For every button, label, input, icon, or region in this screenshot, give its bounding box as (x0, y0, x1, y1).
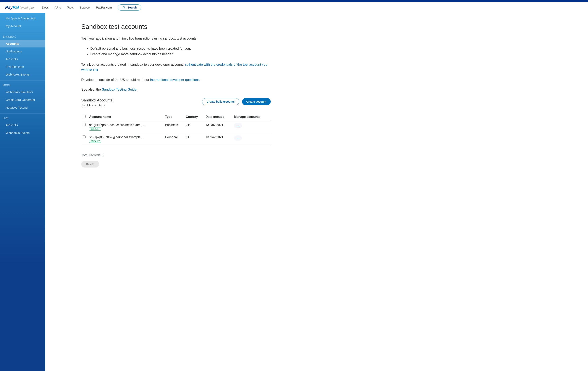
top-accent-bar (0, 0, 588, 2)
search-label: Search (127, 6, 137, 9)
intl-link[interactable]: international developer questions (150, 78, 200, 82)
sidebar-accounts[interactable]: Accounts (0, 40, 45, 47)
logo-developer: Developer (20, 6, 34, 10)
see-also-paragraph: See also: the Sandbox Testing Guide. (81, 87, 271, 92)
nav-apis[interactable]: APIs (54, 6, 61, 9)
account-country: GB (184, 121, 204, 133)
row-checkbox[interactable] (83, 123, 86, 126)
select-all-checkbox[interactable] (83, 115, 86, 118)
account-type: Business (164, 121, 184, 133)
logo[interactable]: PayPal Developer (5, 5, 34, 10)
top-nav: Docs APIs Tools Support PayPal.com (42, 6, 112, 9)
search-button[interactable]: Search (118, 4, 141, 11)
table-row: sb-g5k47p8507065@business.examp... DEFAU… (81, 121, 271, 133)
account-name: sb-g5k47p8507065@business.examp... (89, 123, 162, 127)
sidebar-section-mock: MOCK (0, 80, 45, 88)
account-country: GB (184, 133, 204, 145)
sidebar-my-apps[interactable]: My Apps & Credentials (0, 13, 45, 22)
see-also-prefix: See also: the (81, 88, 102, 91)
page-intro: Test your application and mimic live tra… (81, 36, 271, 41)
nav-paypal-com[interactable]: PayPal.com (96, 6, 112, 9)
sidebar-webhooks-events[interactable]: Webhooks Events (0, 71, 45, 78)
sidebar: My Apps & Credentials My Account SANDBOX… (0, 13, 45, 371)
account-name: sb-8ljkq8507062@personal.example.... (89, 136, 162, 139)
nav-support[interactable]: Support (80, 6, 90, 9)
col-country: Country (184, 113, 204, 121)
sidebar-section-live: LIVE (0, 113, 45, 121)
col-account-name: Account name (88, 113, 164, 121)
see-also-link[interactable]: Sandbox Testing Guide (102, 88, 136, 91)
manage-menu-button[interactable]: … (234, 136, 242, 141)
bullet-item: Create and manage more sandbox accounts … (90, 52, 271, 57)
nav-docs[interactable]: Docs (42, 6, 49, 9)
intl-suffix: . (200, 78, 200, 82)
bullet-list: Default personal and business accounts h… (90, 46, 271, 57)
sidebar-my-account[interactable]: My Account (0, 22, 45, 30)
sidebar-ipn-simulator[interactable]: IPN Simulator (0, 63, 45, 71)
sidebar-notifications[interactable]: Notifications (0, 47, 45, 55)
bullet-item: Default personal and business accounts h… (90, 46, 271, 52)
account-date: 13 Nov 2021 (204, 133, 232, 145)
default-badge: DEFAULT (89, 140, 101, 143)
col-type: Type (164, 113, 184, 121)
default-badge: DEFAULT (89, 127, 101, 130)
header: PayPal Developer Docs APIs Tools Support… (0, 2, 588, 13)
table-row: sb-8ljkq8507062@personal.example.... DEF… (81, 133, 271, 145)
page-title: Sandbox test accounts (81, 23, 271, 31)
intl-prefix: Developers outside of the US should read… (81, 78, 150, 82)
col-date: Date created (204, 113, 232, 121)
accounts-title: Sandbox Accounts: (81, 98, 114, 102)
nav-tools[interactable]: Tools (67, 6, 74, 9)
intl-paragraph: Developers outside of the US should read… (81, 77, 271, 83)
account-type: Personal (164, 133, 184, 145)
sidebar-webhooks-simulator[interactable]: Webhooks Simulator (0, 88, 45, 96)
link-para-prefix: To link other accounts created in sandbo… (81, 63, 185, 66)
sidebar-negative-testing[interactable]: Negative Testing (0, 104, 45, 111)
create-account-button[interactable]: Create account (242, 98, 271, 105)
manage-menu-button[interactable]: … (234, 123, 242, 128)
see-also-suffix: . (136, 88, 137, 91)
create-bulk-button[interactable]: Create bulk accounts (202, 98, 239, 105)
search-icon (122, 6, 126, 9)
delete-button[interactable]: Delete (81, 161, 99, 168)
sidebar-live-api-calls[interactable]: API Calls (0, 121, 45, 129)
logo-pay: Pay (5, 5, 13, 10)
row-checkbox[interactable] (83, 136, 86, 138)
account-date: 13 Nov 2021 (204, 121, 232, 133)
sidebar-api-calls[interactable]: API Calls (0, 55, 45, 63)
link-paragraph: To link other accounts created in sandbo… (81, 62, 271, 73)
sidebar-live-webhooks-events[interactable]: Webhooks Events (0, 129, 45, 137)
accounts-header: Sandbox Accounts: Total Accounts: 2 Crea… (81, 98, 271, 107)
sidebar-credit-card-generator[interactable]: Credit Card Generator (0, 96, 45, 104)
sidebar-section-sandbox: SANDBOX (0, 32, 45, 40)
accounts-total: Total Accounts: 2 (81, 104, 114, 107)
svg-point-0 (123, 6, 125, 8)
svg-line-1 (124, 8, 125, 9)
col-manage: Manage accounts (232, 113, 271, 121)
logo-pal: Pal (13, 5, 19, 10)
main-content: Sandbox test accounts Test your applicat… (45, 13, 283, 371)
accounts-table: Account name Type Country Date created M… (81, 113, 271, 145)
total-records: Total records: 2 (81, 153, 271, 157)
